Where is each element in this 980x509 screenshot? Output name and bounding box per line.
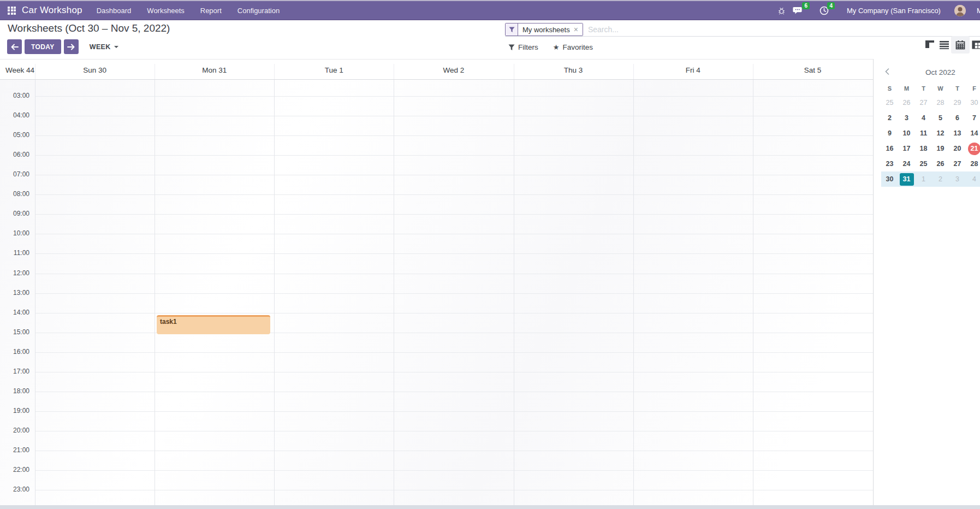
- today-button[interactable]: TODAY: [25, 39, 61, 54]
- search-input[interactable]: [588, 25, 752, 34]
- horizontal-scrollbar[interactable]: [0, 505, 980, 509]
- calendar-event-task1[interactable]: task1: [157, 315, 270, 334]
- minical-day-14[interactable]: 14: [966, 126, 980, 141]
- minical-day-11[interactable]: 11: [915, 126, 932, 141]
- minical-day-1[interactable]: 1: [915, 171, 932, 187]
- time-label: 04:00: [0, 111, 29, 119]
- day-column-fri-4[interactable]: [633, 80, 753, 505]
- minical-day-5[interactable]: 5: [932, 110, 949, 126]
- header-separator: [753, 64, 753, 79]
- minical-day-25[interactable]: 25: [915, 156, 932, 171]
- minical-day-29[interactable]: 29: [949, 95, 966, 110]
- day-header-wed-2[interactable]: Wed 2: [394, 60, 513, 80]
- minical-day-4[interactable]: 4: [915, 110, 932, 126]
- activities-clock-icon[interactable]: 4: [819, 6, 829, 15]
- company-switcher[interactable]: My Company (San Francisco): [847, 7, 941, 15]
- day-header-fri-4[interactable]: Fri 4: [633, 60, 753, 80]
- minical-day-18[interactable]: 18: [915, 141, 932, 156]
- minical-prev-month-icon[interactable]: [882, 67, 892, 76]
- minical-month-title[interactable]: Oct 2022: [925, 68, 955, 76]
- filters-label: Filters: [518, 43, 538, 51]
- minical-day-28[interactable]: 28: [966, 156, 980, 171]
- time-label: 14:00: [0, 309, 29, 316]
- minical-day-9[interactable]: 9: [881, 126, 898, 141]
- minical-weekday: M: [898, 82, 915, 95]
- minical-day-20[interactable]: 20: [949, 141, 966, 156]
- favorites-label: Favorites: [562, 43, 593, 51]
- day-header-sat-5[interactable]: Sat 5: [753, 60, 872, 80]
- minical-day-4[interactable]: 4: [966, 171, 980, 187]
- activities-badge: 4: [827, 2, 835, 9]
- minical-day-2[interactable]: 2: [932, 171, 949, 187]
- favorites-button[interactable]: ★ Favorites: [553, 43, 593, 51]
- minical-weekday: T: [915, 82, 932, 95]
- minical-day-31[interactable]: 31: [898, 171, 915, 187]
- facet-remove-icon[interactable]: ×: [574, 26, 578, 33]
- minical-day-17[interactable]: 17: [898, 141, 915, 156]
- time-label: 07:00: [0, 170, 29, 178]
- next-week-button[interactable]: [64, 39, 79, 54]
- time-label: 08:00: [0, 190, 29, 198]
- menu-configuration[interactable]: Configuration: [237, 7, 280, 15]
- week-number-label: Week 44: [5, 60, 34, 80]
- minical-day-19[interactable]: 19: [932, 141, 949, 156]
- view-switcher: [923, 36, 980, 54]
- time-label: 11:00: [0, 249, 29, 257]
- minical-day-6[interactable]: 6: [949, 110, 966, 126]
- minical-day-27[interactable]: 27: [949, 156, 966, 171]
- minical-day-21[interactable]: 21: [966, 141, 980, 156]
- minical-day-26[interactable]: 26: [898, 95, 915, 110]
- debug-bug-icon[interactable]: [777, 7, 786, 15]
- menu-report[interactable]: Report: [200, 7, 222, 15]
- day-column-wed-2[interactable]: [394, 80, 513, 505]
- day-column-tue-1[interactable]: [274, 80, 394, 505]
- time-label: 16:00: [0, 348, 29, 356]
- day-column-thu-3[interactable]: [514, 80, 633, 505]
- day-header-mon-31[interactable]: Mon 31: [155, 60, 274, 80]
- view-switch-calendar-icon[interactable]: [951, 36, 970, 54]
- day-column-mon-31[interactable]: [155, 80, 274, 505]
- filters-button[interactable]: Filters: [508, 43, 538, 51]
- minical-day-13[interactable]: 13: [949, 126, 966, 141]
- user-menu[interactable]: Mitchell Admin: [977, 7, 980, 15]
- minical-day-2[interactable]: 2: [881, 110, 898, 126]
- header-separator: [155, 64, 155, 79]
- minical-day-30[interactable]: 30: [966, 95, 980, 110]
- time-label: 17:00: [0, 368, 29, 375]
- day-header-tue-1[interactable]: Tue 1: [274, 60, 394, 80]
- messages-icon[interactable]: 6: [793, 6, 804, 15]
- minical-day-12[interactable]: 12: [932, 126, 949, 141]
- header-separator: [274, 64, 275, 79]
- day-column-sat-5[interactable]: [753, 80, 872, 505]
- view-switch-list-icon[interactable]: [937, 36, 951, 54]
- minical-day-16[interactable]: 16: [881, 141, 898, 156]
- filter-funnel-icon: [508, 44, 515, 51]
- minical-day-25[interactable]: 25: [881, 95, 898, 110]
- minical-day-10[interactable]: 10: [898, 126, 915, 141]
- minical-day-26[interactable]: 26: [932, 156, 949, 171]
- app-brand[interactable]: Car Workshop: [22, 5, 82, 16]
- minical-day-28[interactable]: 28: [932, 95, 949, 110]
- scale-dropdown[interactable]: WEEK: [90, 43, 118, 51]
- apps-menu-icon[interactable]: [8, 7, 16, 15]
- minical-day-7[interactable]: 7: [966, 110, 980, 126]
- day-header-thu-3[interactable]: Thu 3: [514, 60, 633, 80]
- chevron-down-icon: [114, 46, 118, 48]
- user-avatar[interactable]: [954, 5, 966, 16]
- prev-week-button[interactable]: [7, 39, 22, 54]
- menu-worksheets[interactable]: Worksheets: [147, 7, 184, 15]
- view-switch-pivot-icon[interactable]: [970, 36, 980, 54]
- time-label: 20:00: [0, 427, 29, 434]
- day-column-sun-30[interactable]: [35, 80, 155, 505]
- minical-day-27[interactable]: 27: [915, 95, 932, 110]
- minical-day-23[interactable]: 23: [881, 156, 898, 171]
- menu-dashboard[interactable]: Dashboard: [97, 7, 132, 15]
- minical-day-3[interactable]: 3: [898, 110, 915, 126]
- minical-day-24[interactable]: 24: [898, 156, 915, 171]
- view-switch-kanban-icon[interactable]: [923, 36, 937, 54]
- minical-day-3[interactable]: 3: [949, 171, 966, 187]
- messages-badge: 6: [802, 2, 810, 9]
- day-header-sun-30[interactable]: Sun 30: [35, 60, 155, 80]
- header-separator: [633, 64, 634, 79]
- minical-day-30[interactable]: 30: [881, 171, 898, 187]
